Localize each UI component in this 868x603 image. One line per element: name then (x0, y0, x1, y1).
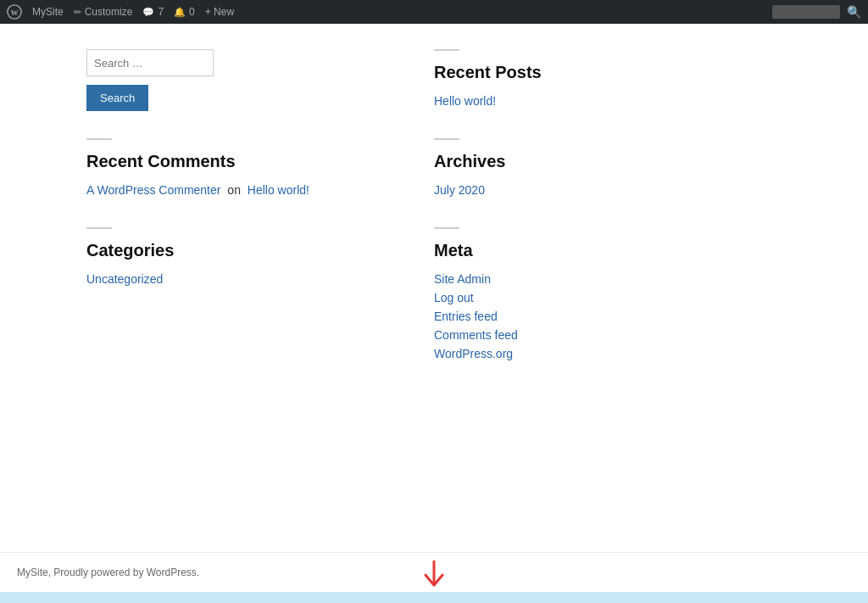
footer-credit: MySite, Proudly powered by WordPress. (17, 567, 199, 578)
recent-posts-divider (434, 49, 459, 51)
admin-bar-right: 🔍 (772, 5, 861, 19)
search-button[interactable]: Search (86, 85, 148, 111)
meta-entries-feed[interactable]: Entries feed (434, 310, 756, 323)
categories-widget: Categories Uncategorized (86, 227, 434, 391)
recent-comments-widget: Recent Comments A WordPress Commenter on… (86, 138, 434, 227)
admin-bar-pending-count: 0 (189, 6, 195, 18)
meta-widget: Meta Site Admin Log out Entries feed Com… (434, 227, 782, 391)
admin-bar-customize[interactable]: ✏ Customize (74, 6, 133, 18)
meta-log-out[interactable]: Log out (434, 291, 756, 304)
admin-bar-search-icon[interactable]: 🔍 (847, 5, 861, 19)
archives-divider (434, 138, 459, 140)
widgets-area: Search Recent Posts Hello world! Recent … (70, 24, 798, 442)
categories-title: Categories (86, 241, 409, 260)
comment-post-link[interactable]: Hello world! (248, 183, 309, 197)
categories-divider (86, 227, 112, 229)
red-arrow-icon (417, 558, 451, 592)
footer-bar: Terms and Conditions (0, 592, 868, 603)
admin-bar-comments-count: 7 (158, 6, 164, 18)
recent-posts-title: Recent Posts (434, 63, 756, 82)
page-wrapper: Search Recent Posts Hello world! Recent … (0, 24, 868, 552)
admin-bar-new-label: + New (205, 6, 234, 18)
commenter-link[interactable]: A WordPress Commenter (86, 183, 220, 197)
admin-bar-site[interactable]: MySite (32, 6, 64, 18)
admin-bar-avatar (772, 5, 840, 19)
svg-text:W: W (11, 8, 19, 17)
search-widget: Search (86, 49, 434, 138)
on-text: on (227, 183, 241, 197)
archive-july-2020[interactable]: July 2020 (434, 183, 756, 197)
meta-comments-feed[interactable]: Comments feed (434, 328, 756, 342)
recent-post-hello-world[interactable]: Hello world! (434, 94, 756, 108)
archives-widget: Archives July 2020 (434, 138, 782, 227)
search-input[interactable] (86, 49, 214, 76)
admin-bar-wp-logo[interactable]: W (7, 4, 22, 20)
recent-posts-widget: Recent Posts Hello world! (434, 49, 782, 138)
recent-comments-title: Recent Comments (86, 152, 409, 171)
admin-bar: W MySite ✏ Customize 💬 7 🔔 0 + New 🔍 (0, 0, 868, 24)
admin-bar-comments[interactable]: 💬 7 (142, 6, 164, 18)
meta-wordpress-org[interactable]: WordPress.org (434, 347, 756, 360)
meta-divider (434, 227, 459, 229)
admin-bar-customize-label: Customize (85, 6, 133, 18)
recent-comment-item: A WordPress Commenter on Hello world! (86, 183, 409, 197)
archives-title: Archives (434, 152, 756, 171)
admin-bar-new[interactable]: + New (205, 6, 234, 18)
arrow-container (417, 558, 451, 595)
category-uncategorized[interactable]: Uncategorized (86, 272, 409, 286)
admin-bar-pending[interactable]: 🔔 0 (174, 6, 195, 18)
meta-site-admin[interactable]: Site Admin (434, 272, 756, 286)
recent-comments-divider (86, 138, 112, 140)
meta-title: Meta (434, 241, 756, 260)
admin-bar-site-label: MySite (32, 6, 64, 18)
